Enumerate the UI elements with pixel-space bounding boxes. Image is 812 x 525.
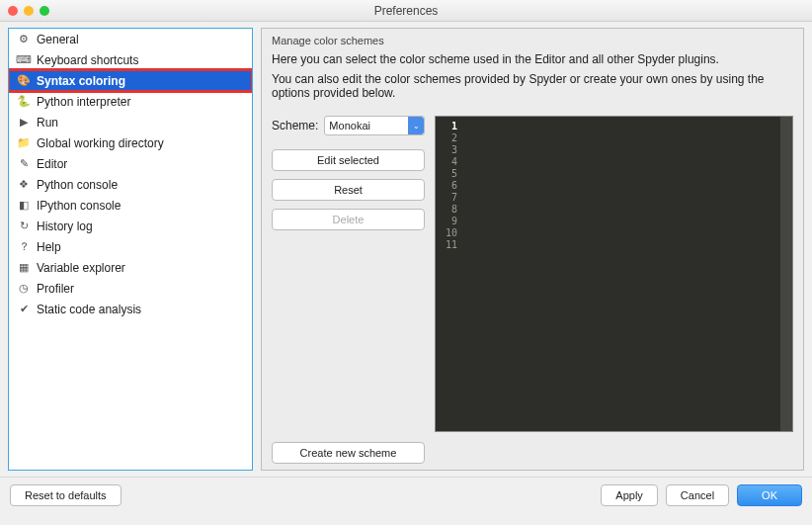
panel-desc-2: You can also edit the color schemes prov… — [272, 72, 793, 100]
sidebar-item-label: Keyboard shortcuts — [37, 53, 138, 67]
keyboard-icon: ⌨ — [17, 53, 31, 67]
sidebar-item-label: Syntax coloring — [37, 74, 125, 88]
syntax-coloring-panel: Manage color schemes Here you can select… — [261, 28, 804, 471]
line-number: 3 — [440, 144, 457, 156]
python-icon: 🐍 — [17, 95, 31, 109]
sidebar-item-label: General — [37, 33, 79, 46]
panel-title: Manage color schemes — [272, 35, 793, 46]
ipython-icon: ◧ — [17, 199, 31, 213]
window-title: Preferences — [0, 4, 812, 18]
scheme-preview: 1234567891011 — [435, 116, 793, 432]
line-number: 9 — [440, 216, 457, 227]
sidebar-item-label: Variable explorer — [37, 261, 125, 275]
sidebar-item-python-console[interactable]: ❖Python console — [9, 174, 252, 195]
edit-selected-button[interactable]: Edit selected — [272, 149, 425, 171]
sidebar-item-ipython-console[interactable]: ◧IPython console — [9, 195, 252, 216]
sidebar-item-label: Python interpreter — [37, 95, 130, 109]
folder-icon: 📁 — [17, 136, 31, 150]
panel-desc-1: Here you can select the color scheme use… — [272, 52, 793, 66]
pencil-icon: ✎ — [17, 157, 31, 171]
cancel-button[interactable]: Cancel — [666, 484, 729, 506]
delete-button[interactable]: Delete — [272, 209, 425, 230]
sidebar-item-variable-explorer[interactable]: ▦Variable explorer — [9, 257, 252, 278]
line-number: 5 — [440, 168, 457, 180]
line-number: 7 — [440, 192, 457, 204]
titlebar: Preferences — [0, 0, 812, 22]
sidebar-item-profiler[interactable]: ◷Profiler — [9, 278, 252, 299]
sidebar-item-help[interactable]: ？Help — [9, 236, 252, 257]
line-number: 6 — [440, 180, 457, 192]
sidebar-item-label: History log — [37, 219, 93, 233]
sidebar-item-general[interactable]: ⚙General — [9, 29, 252, 49]
gear-icon: ⚙ — [17, 33, 31, 46]
line-number: 8 — [440, 204, 457, 216]
sidebar-item-label: Profiler — [37, 282, 74, 296]
ok-button[interactable]: OK — [737, 484, 802, 506]
scheme-select[interactable]: Monokai ⌄ — [324, 116, 425, 135]
sidebar-item-run[interactable]: ▶Run — [9, 112, 252, 132]
scheme-value: Monokai — [329, 120, 370, 131]
sidebar-item-label: IPython console — [37, 199, 121, 213]
scrollbar[interactable] — [780, 117, 792, 431]
line-number: 10 — [440, 227, 457, 239]
play-icon: ▶ — [17, 116, 31, 130]
create-new-scheme-button[interactable]: Create new scheme — [272, 442, 425, 464]
chevron-up-down-icon: ⌄ — [408, 117, 424, 134]
sidebar-item-label: Static code analysis — [37, 303, 141, 316]
sidebar-item-history-log[interactable]: ↻History log — [9, 216, 252, 236]
sidebar-item-label: Editor — [37, 157, 67, 171]
clock-icon: ◷ — [17, 282, 31, 296]
apply-button[interactable]: Apply — [601, 484, 658, 506]
history-icon: ↻ — [17, 219, 31, 233]
sidebar-item-syntax-coloring[interactable]: 🎨Syntax coloring — [9, 70, 252, 91]
reset-defaults-button[interactable]: Reset to defaults — [10, 484, 122, 506]
sidebar-item-label: Help — [37, 240, 61, 254]
preferences-sidebar: ⚙General⌨Keyboard shortcuts🎨Syntax color… — [8, 28, 253, 471]
table-icon: ▦ — [17, 261, 31, 275]
sidebar-item-label: Python console — [37, 178, 118, 192]
line-number: 1 — [440, 121, 457, 132]
sidebar-item-keyboard-shortcuts[interactable]: ⌨Keyboard shortcuts — [9, 49, 252, 70]
sidebar-item-label: Run — [37, 116, 58, 130]
line-number: 2 — [440, 132, 457, 144]
scheme-label: Scheme: — [272, 119, 318, 132]
palette-icon: 🎨 — [17, 74, 31, 88]
sidebar-item-static-code-analysis[interactable]: ✔Static code analysis — [9, 299, 252, 319]
python-console-icon: ❖ — [17, 178, 31, 192]
dialog-footer: Reset to defaults Apply Cancel OK — [0, 477, 812, 512]
reset-button[interactable]: Reset — [272, 179, 425, 201]
line-number: 11 — [440, 239, 457, 251]
checklist-icon: ✔ — [17, 303, 31, 316]
help-icon: ？ — [17, 240, 31, 254]
sidebar-item-python-interpreter[interactable]: 🐍Python interpreter — [9, 91, 252, 112]
line-number: 4 — [440, 156, 457, 168]
sidebar-item-label: Global working directory — [37, 136, 164, 150]
sidebar-item-editor[interactable]: ✎Editor — [9, 153, 252, 174]
sidebar-item-global-working-directory[interactable]: 📁Global working directory — [9, 132, 252, 153]
